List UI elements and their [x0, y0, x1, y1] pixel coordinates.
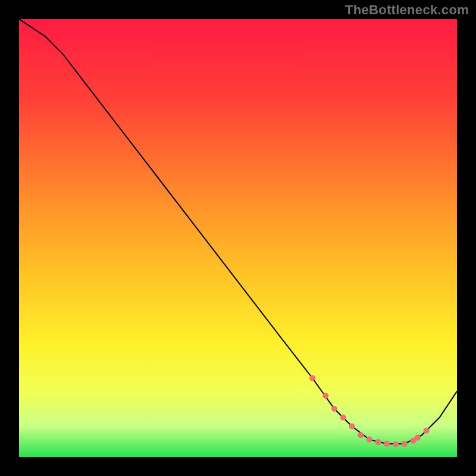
curve-dot	[309, 375, 315, 381]
chart-svg	[19, 19, 457, 457]
chart-plot-area	[19, 19, 457, 457]
chart-frame: TheBottleneck.com	[0, 0, 476, 476]
curve-dot	[358, 432, 364, 438]
curve-dot	[393, 441, 399, 447]
curve-dot	[375, 439, 381, 445]
curve-dot	[384, 441, 390, 447]
curve-dot	[415, 435, 421, 441]
watermark-text: TheBottleneck.com	[345, 2, 469, 18]
curve-dot	[367, 437, 372, 443]
curve-dot	[402, 441, 408, 447]
gradient-background	[19, 19, 457, 457]
curve-dot	[322, 393, 328, 399]
curve-dot	[349, 424, 355, 430]
curve-dot	[340, 415, 346, 421]
curve-dot	[424, 428, 430, 434]
curve-dot	[331, 406, 337, 412]
